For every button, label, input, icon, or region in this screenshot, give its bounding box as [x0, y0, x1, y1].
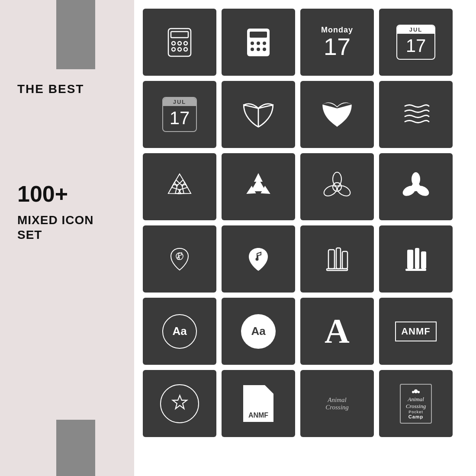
- icon-animal-crossing-text[interactable]: Animal Crossing: [300, 370, 374, 437]
- icon-calendar-monday[interactable]: Monday 17: [300, 9, 374, 76]
- animal-crossing-title: Animal: [328, 396, 346, 404]
- sidebar-rect-bottom: [56, 420, 95, 476]
- svg-point-13: [251, 48, 254, 51]
- anmf-box-label: ANMF: [395, 322, 437, 341]
- font-aa-filled-label: Aa: [241, 314, 276, 349]
- star-circle-outline: [160, 384, 199, 423]
- ac-pocket: Pocket: [408, 410, 423, 414]
- svg-point-33: [256, 257, 259, 261]
- sidebar: THE BEST 100+ MIXED ICON SET: [0, 0, 134, 476]
- svg-rect-39: [415, 248, 419, 269]
- icon-font-aa-filled[interactable]: Aa: [222, 298, 295, 365]
- icon-anmf-box[interactable]: ANMF: [379, 298, 453, 365]
- sidebar-count: 100+: [17, 183, 68, 205]
- cal-monday-day: 17: [324, 35, 351, 59]
- icon-star-circle[interactable]: [143, 370, 216, 437]
- cal-jul-day: 17: [402, 34, 431, 59]
- svg-point-14: [257, 48, 260, 51]
- cal-jul-tab: JUL: [397, 26, 434, 34]
- icon-recycle-outline[interactable]: [143, 153, 216, 220]
- icon-animal-crossing-full[interactable]: Animal Crossing Pocket Camp: [379, 370, 453, 437]
- svg-point-44: [412, 391, 414, 393]
- font-aa-outline-label: Aa: [162, 314, 197, 349]
- svg-point-12: [263, 42, 266, 45]
- icon-grid: Monday 17 JUL 17 JUL 17: [143, 9, 467, 437]
- svg-rect-40: [421, 251, 426, 269]
- svg-point-10: [251, 42, 254, 45]
- icon-anmf-file[interactable]: ANMF: [222, 370, 295, 437]
- sidebar-title: THE BEST: [17, 82, 84, 96]
- anmf-file-text: ANMF: [248, 412, 268, 419]
- svg-rect-41: [405, 269, 426, 271]
- svg-rect-34: [328, 250, 334, 269]
- svg-point-26: [333, 183, 341, 191]
- icon-font-aa-outline[interactable]: Aa: [143, 298, 216, 365]
- sidebar-rect-top: [56, 0, 95, 69]
- ac-camp: Camp: [408, 414, 424, 419]
- icon-calculator-filled[interactable]: [222, 9, 295, 76]
- font-a-big-label: A: [325, 312, 350, 351]
- icon-library-filled[interactable]: [379, 225, 453, 293]
- svg-rect-37: [327, 269, 347, 270]
- icon-music-outline[interactable]: [143, 225, 216, 293]
- icon-recycle-filled[interactable]: [222, 153, 295, 220]
- svg-point-11: [257, 42, 260, 45]
- icon-font-a-big[interactable]: A: [300, 298, 374, 365]
- svg-rect-9: [250, 32, 267, 38]
- cal-jul-small-tab: JUL: [163, 98, 196, 106]
- svg-point-5: [172, 48, 175, 51]
- svg-rect-1: [171, 32, 188, 38]
- icon-flower-filled[interactable]: [379, 153, 453, 220]
- svg-point-30: [412, 183, 420, 191]
- cal-jul-small-day: 17: [165, 106, 194, 131]
- icon-calculator-outline[interactable]: [143, 9, 216, 76]
- svg-point-3: [178, 42, 181, 45]
- svg-point-45: [418, 391, 420, 393]
- sidebar-subtitle: MIXED ICON SET: [17, 213, 93, 242]
- svg-rect-36: [342, 251, 347, 269]
- svg-marker-42: [173, 396, 187, 409]
- main-content: Monday 17 JUL 17 JUL 17: [134, 0, 476, 476]
- svg-point-32: [177, 257, 180, 259]
- icon-calendar-jul-small[interactable]: JUL 17: [143, 81, 216, 148]
- svg-point-43: [414, 389, 418, 393]
- svg-rect-38: [407, 250, 413, 269]
- icon-calendar-jul-outline[interactable]: JUL 17: [379, 9, 453, 76]
- svg-point-6: [178, 48, 181, 51]
- ac-crossing: Crossing: [406, 403, 426, 410]
- icon-library-outline[interactable]: [300, 225, 374, 293]
- svg-rect-35: [336, 248, 341, 269]
- icon-flag[interactable]: [379, 81, 453, 148]
- animal-crossing-subtitle: Crossing: [325, 404, 349, 411]
- ac-title: Animal: [408, 396, 424, 403]
- svg-point-2: [172, 42, 175, 45]
- svg-point-4: [184, 42, 187, 45]
- icon-book-outline[interactable]: [222, 81, 295, 148]
- icon-book-filled[interactable]: [300, 81, 374, 148]
- svg-point-15: [263, 48, 266, 51]
- icon-flower-outline[interactable]: [300, 153, 374, 220]
- svg-point-7: [184, 48, 187, 51]
- icon-music-filled[interactable]: [222, 225, 295, 293]
